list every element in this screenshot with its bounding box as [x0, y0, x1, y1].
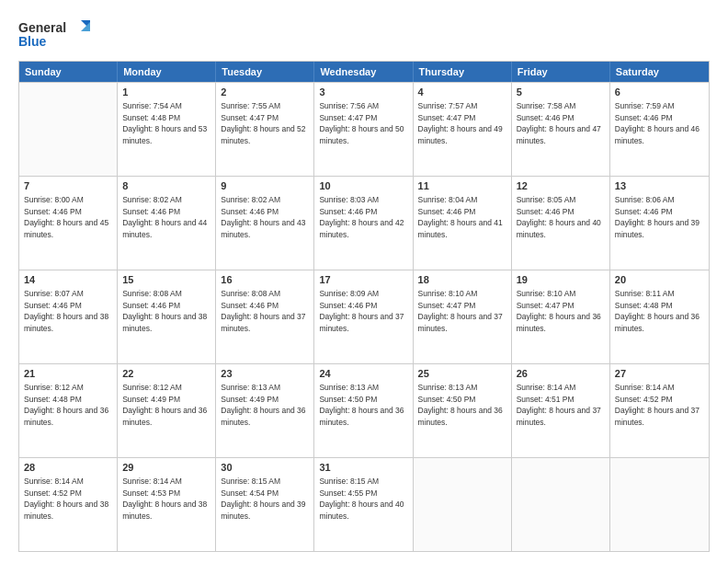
day-number: 3	[319, 86, 407, 99]
day-cell-22: 22Sunrise: 8:12 AMSunset: 4:49 PMDayligh…	[118, 364, 216, 457]
day-cell-12: 12Sunrise: 8:05 AMSunset: 4:46 PMDayligh…	[512, 177, 610, 270]
cell-info: Sunrise: 8:04 AMSunset: 4:46 PMDaylight:…	[418, 195, 503, 239]
header-day-friday: Friday	[512, 62, 610, 82]
cell-info: Sunrise: 8:11 AMSunset: 4:48 PMDaylight:…	[615, 289, 700, 333]
day-number: 2	[221, 86, 309, 99]
day-cell-14: 14Sunrise: 8:07 AMSunset: 4:46 PMDayligh…	[19, 270, 118, 363]
day-cell-20: 20Sunrise: 8:11 AMSunset: 4:48 PMDayligh…	[610, 270, 709, 363]
empty-cell	[414, 458, 512, 551]
day-number: 16	[221, 273, 309, 287]
day-number: 9	[221, 179, 309, 193]
cell-info: Sunrise: 8:14 AMSunset: 4:52 PMDaylight:…	[615, 383, 700, 427]
calendar-row-5: 28Sunrise: 8:14 AMSunset: 4:52 PMDayligh…	[19, 457, 709, 551]
cell-info: Sunrise: 8:06 AMSunset: 4:46 PMDaylight:…	[615, 195, 700, 239]
cell-info: Sunrise: 8:05 AMSunset: 4:46 PMDaylight:…	[517, 195, 601, 239]
day-cell-17: 17Sunrise: 8:09 AMSunset: 4:46 PMDayligh…	[314, 270, 413, 363]
day-number: 31	[319, 461, 407, 475]
cell-info: Sunrise: 8:15 AMSunset: 4:54 PMDaylight:…	[221, 477, 305, 521]
day-cell-18: 18Sunrise: 8:10 AMSunset: 4:47 PMDayligh…	[414, 270, 512, 363]
cell-info: Sunrise: 8:07 AMSunset: 4:46 PMDaylight:…	[24, 289, 108, 333]
day-number: 23	[221, 367, 309, 381]
day-number: 10	[319, 179, 407, 193]
header-day-thursday: Thursday	[414, 62, 512, 82]
day-number: 26	[517, 367, 605, 381]
cell-info: Sunrise: 8:09 AMSunset: 4:46 PMDaylight:…	[319, 289, 404, 333]
day-number: 4	[418, 86, 506, 99]
cell-info: Sunrise: 7:59 AMSunset: 4:46 PMDaylight:…	[615, 101, 700, 145]
cell-info: Sunrise: 8:15 AMSunset: 4:55 PMDaylight:…	[319, 477, 404, 521]
day-cell-2: 2Sunrise: 7:55 AMSunset: 4:47 PMDaylight…	[216, 83, 314, 176]
day-number: 30	[221, 461, 309, 475]
day-cell-25: 25Sunrise: 8:13 AMSunset: 4:50 PMDayligh…	[414, 364, 512, 457]
calendar-row-1: 1Sunrise: 7:54 AMSunset: 4:48 PMDaylight…	[19, 82, 709, 176]
day-cell-19: 19Sunrise: 8:10 AMSunset: 4:47 PMDayligh…	[512, 270, 610, 363]
svg-text:Blue: Blue	[18, 34, 47, 49]
day-cell-4: 4Sunrise: 7:57 AMSunset: 4:47 PMDaylight…	[414, 83, 512, 176]
header-day-monday: Monday	[118, 62, 216, 82]
cell-info: Sunrise: 8:13 AMSunset: 4:49 PMDaylight:…	[221, 383, 305, 427]
calendar-row-2: 7Sunrise: 8:00 AMSunset: 4:46 PMDaylight…	[19, 176, 709, 270]
day-number: 19	[517, 273, 605, 287]
empty-cell	[512, 458, 610, 551]
cell-info: Sunrise: 8:13 AMSunset: 4:50 PMDaylight:…	[319, 383, 404, 427]
logo-svg: General Blue	[18, 17, 92, 52]
calendar-body: 1Sunrise: 7:54 AMSunset: 4:48 PMDaylight…	[19, 82, 709, 551]
day-cell-13: 13Sunrise: 8:06 AMSunset: 4:46 PMDayligh…	[610, 177, 709, 270]
header-day-tuesday: Tuesday	[216, 62, 314, 82]
cell-info: Sunrise: 8:12 AMSunset: 4:48 PMDaylight:…	[24, 383, 108, 427]
day-cell-7: 7Sunrise: 8:00 AMSunset: 4:46 PMDaylight…	[19, 177, 118, 270]
svg-text:General: General	[18, 20, 66, 35]
cell-info: Sunrise: 8:14 AMSunset: 4:52 PMDaylight:…	[24, 477, 108, 521]
day-cell-21: 21Sunrise: 8:12 AMSunset: 4:48 PMDayligh…	[19, 364, 118, 457]
header-day-saturday: Saturday	[610, 62, 709, 82]
cell-info: Sunrise: 7:55 AMSunset: 4:47 PMDaylight:…	[221, 101, 305, 145]
day-cell-29: 29Sunrise: 8:14 AMSunset: 4:53 PMDayligh…	[118, 458, 216, 551]
day-number: 11	[418, 179, 506, 193]
day-cell-26: 26Sunrise: 8:14 AMSunset: 4:51 PMDayligh…	[512, 364, 610, 457]
cell-info: Sunrise: 7:54 AMSunset: 4:48 PMDaylight:…	[122, 101, 207, 145]
day-number: 7	[24, 179, 112, 193]
day-number: 20	[615, 273, 704, 287]
day-number: 13	[615, 179, 704, 193]
calendar-row-3: 14Sunrise: 8:07 AMSunset: 4:46 PMDayligh…	[19, 270, 709, 363]
day-number: 8	[122, 179, 210, 193]
day-cell-15: 15Sunrise: 8:08 AMSunset: 4:46 PMDayligh…	[118, 270, 216, 363]
day-cell-30: 30Sunrise: 8:15 AMSunset: 4:54 PMDayligh…	[216, 458, 314, 551]
cell-info: Sunrise: 8:14 AMSunset: 4:51 PMDaylight:…	[517, 383, 601, 427]
day-number: 24	[319, 367, 407, 381]
day-cell-8: 8Sunrise: 8:02 AMSunset: 4:46 PMDaylight…	[118, 177, 216, 270]
day-number: 27	[615, 367, 704, 381]
cell-info: Sunrise: 8:12 AMSunset: 4:49 PMDaylight:…	[122, 383, 207, 427]
day-number: 25	[418, 367, 506, 381]
day-number: 18	[418, 273, 506, 287]
cell-info: Sunrise: 8:08 AMSunset: 4:46 PMDaylight:…	[221, 289, 305, 333]
cell-info: Sunrise: 8:03 AMSunset: 4:46 PMDaylight:…	[319, 195, 404, 239]
day-number: 15	[122, 273, 210, 287]
day-number: 5	[517, 86, 605, 99]
calendar: SundayMondayTuesdayWednesdayThursdayFrid…	[18, 61, 710, 552]
cell-info: Sunrise: 7:57 AMSunset: 4:47 PMDaylight:…	[418, 101, 503, 145]
day-number: 1	[122, 86, 210, 99]
day-cell-31: 31Sunrise: 8:15 AMSunset: 4:55 PMDayligh…	[314, 458, 413, 551]
cell-info: Sunrise: 7:56 AMSunset: 4:47 PMDaylight:…	[319, 101, 404, 145]
day-cell-5: 5Sunrise: 7:58 AMSunset: 4:46 PMDaylight…	[512, 83, 610, 176]
cell-info: Sunrise: 8:00 AMSunset: 4:46 PMDaylight:…	[24, 195, 108, 239]
header: General Blue	[18, 17, 710, 52]
day-number: 6	[615, 86, 704, 99]
day-cell-24: 24Sunrise: 8:13 AMSunset: 4:50 PMDayligh…	[314, 364, 413, 457]
day-cell-1: 1Sunrise: 7:54 AMSunset: 4:48 PMDaylight…	[118, 83, 216, 176]
cell-info: Sunrise: 8:02 AMSunset: 4:46 PMDaylight:…	[221, 195, 305, 239]
cell-info: Sunrise: 8:10 AMSunset: 4:47 PMDaylight:…	[418, 289, 503, 333]
cell-info: Sunrise: 8:08 AMSunset: 4:46 PMDaylight:…	[122, 289, 207, 333]
day-number: 22	[122, 367, 210, 381]
day-cell-27: 27Sunrise: 8:14 AMSunset: 4:52 PMDayligh…	[610, 364, 709, 457]
cell-info: Sunrise: 8:14 AMSunset: 4:53 PMDaylight:…	[122, 477, 207, 521]
day-number: 17	[319, 273, 407, 287]
header-day-wednesday: Wednesday	[314, 62, 413, 82]
day-cell-16: 16Sunrise: 8:08 AMSunset: 4:46 PMDayligh…	[216, 270, 314, 363]
day-cell-23: 23Sunrise: 8:13 AMSunset: 4:49 PMDayligh…	[216, 364, 314, 457]
day-number: 29	[122, 461, 210, 475]
calendar-row-4: 21Sunrise: 8:12 AMSunset: 4:48 PMDayligh…	[19, 363, 709, 457]
day-cell-3: 3Sunrise: 7:56 AMSunset: 4:47 PMDaylight…	[314, 83, 413, 176]
day-cell-9: 9Sunrise: 8:02 AMSunset: 4:46 PMDaylight…	[216, 177, 314, 270]
